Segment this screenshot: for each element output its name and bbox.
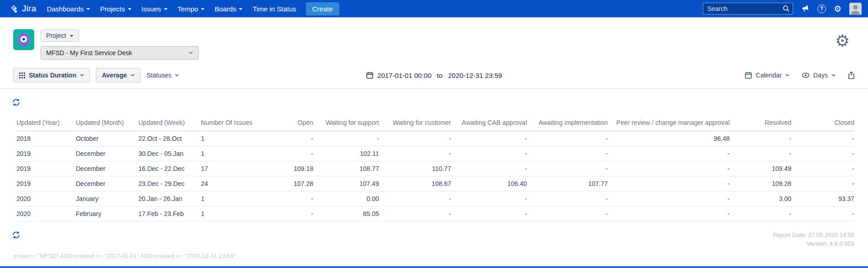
table-cell: 0.00 xyxy=(313,191,379,206)
column-header: Waiting for customer xyxy=(379,115,451,131)
nav-projects[interactable]: Projects xyxy=(95,0,136,17)
table-cell: 1 xyxy=(201,191,263,206)
jira-logo-text: Jira xyxy=(22,4,36,14)
table-cell: - xyxy=(791,146,854,161)
table-cell: 2020 xyxy=(16,191,76,206)
search-icon[interactable] xyxy=(783,5,790,12)
table-cell: - xyxy=(379,206,451,222)
report-toolbar: Status Duration Average Statuses 2017-01… xyxy=(0,62,868,89)
table-cell: 17 xyxy=(201,161,263,176)
date-range-picker[interactable]: 2017-01-01 00:00 to 2020-12-31 23:59 xyxy=(366,72,502,79)
help-icon[interactable]: ? xyxy=(817,5,826,13)
table-cell: - xyxy=(263,206,313,222)
refresh-icon[interactable] xyxy=(12,98,21,107)
table-cell: 108.77 xyxy=(313,161,379,176)
gear-icon[interactable]: ⚙ xyxy=(834,5,842,13)
nav-issues[interactable]: Issues xyxy=(137,0,173,17)
table-cell: December xyxy=(76,146,138,161)
table-cell: February xyxy=(76,206,138,222)
table-row: 2019December16.Dec - 22.Dec17109.18108.7… xyxy=(16,161,854,176)
table-cell: - xyxy=(527,206,608,222)
project-avatar xyxy=(13,29,34,50)
statuses-label: Statuses xyxy=(147,72,171,79)
table-cell: 96.48 xyxy=(608,131,730,146)
table-row: 2019December23.Dec - 29.Dec24107.28107.4… xyxy=(16,176,854,191)
table-cell: - xyxy=(263,191,313,206)
grid-icon xyxy=(19,72,25,78)
calendar-dropdown[interactable]: Calendar xyxy=(745,72,789,79)
report-meta: Report Date: 27.05.2020 14:55 Version: 4… xyxy=(773,231,854,248)
report-main: Updated (Year)Updated (Month)Updated (We… xyxy=(0,98,868,259)
table-row: 2020February17.Feb - 23.Feb1-65.05------ xyxy=(16,206,854,222)
nav-boards[interactable]: Boards xyxy=(210,0,248,17)
chevron-down-icon xyxy=(131,74,135,77)
column-header: Closed xyxy=(791,115,854,131)
table-cell: - xyxy=(527,131,608,146)
nav-item-label: Tempo xyxy=(178,5,198,13)
table-cell: 109.28 xyxy=(730,176,791,191)
nav-tempo[interactable]: Tempo xyxy=(173,0,210,17)
top-navbar: Jira Dashboards Projects Issues Tempo Bo… xyxy=(0,0,868,17)
project-select[interactable]: MFSD - My First Service Desk xyxy=(41,46,199,60)
navbar-right-group: ? ⚙ xyxy=(703,3,862,15)
table-cell: - xyxy=(791,176,854,191)
nav-item-label: Projects xyxy=(100,5,125,13)
table-cell: - xyxy=(527,161,608,176)
announcement-icon[interactable] xyxy=(801,5,810,13)
table-cell: 1 xyxy=(201,146,263,161)
project-type-dropdown[interactable]: Project xyxy=(41,29,79,42)
table-cell: 93.37 xyxy=(791,191,854,206)
create-button[interactable]: Create xyxy=(306,2,339,15)
table-cell: October xyxy=(76,131,138,146)
table-cell: - xyxy=(608,191,730,206)
jira-logo[interactable]: Jira xyxy=(6,4,42,14)
chevron-down-icon xyxy=(201,8,205,10)
table-footer: Report Date: 27.05.2020 14:55 Version: 4… xyxy=(12,231,854,248)
column-header: Resolved xyxy=(730,115,791,131)
navbar-search xyxy=(703,3,793,15)
refresh-icon-bottom[interactable] xyxy=(12,231,21,239)
user-avatar[interactable] xyxy=(849,3,862,15)
chevron-down-icon xyxy=(80,74,84,77)
project-type-label: Project xyxy=(46,32,66,39)
table-cell: - xyxy=(379,146,451,161)
date-to-word: to xyxy=(437,72,443,79)
column-header: Updated (Week) xyxy=(138,115,201,131)
table-cell: - xyxy=(791,161,854,176)
table-cell: 23.Dec - 29.Dec xyxy=(138,176,201,191)
project-header: Project MFSD - My First Service Desk ⚙ xyxy=(0,17,868,60)
statuses-dropdown[interactable]: Statuses xyxy=(147,72,179,79)
table-cell: 109.49 xyxy=(730,161,791,176)
eye-icon xyxy=(802,72,810,78)
chevron-down-icon xyxy=(175,74,179,77)
unit-dropdown[interactable]: Days xyxy=(802,72,836,79)
chevron-down-icon xyxy=(785,74,789,77)
search-input[interactable] xyxy=(703,3,793,15)
settings-gear-icon[interactable]: ⚙ xyxy=(835,33,850,49)
date-to: 2020-12-31 23:59 xyxy=(448,72,502,79)
nav-dashboards[interactable]: Dashboards xyxy=(42,0,95,17)
table-cell: 106.40 xyxy=(451,176,527,191)
column-header: Peer review / change manager approval xyxy=(608,115,730,131)
project-controls: Project MFSD - My First Service Desk xyxy=(41,29,199,60)
unit-label: Days xyxy=(813,72,828,79)
column-header: Number Of Issues xyxy=(201,115,263,131)
column-header: Waiting for support xyxy=(313,115,379,131)
nav-time-in-status[interactable]: Time in Status xyxy=(247,0,301,17)
column-header: Updated (Month) xyxy=(76,115,138,131)
table-cell: 3.00 xyxy=(730,191,791,206)
chevron-down-icon xyxy=(128,8,132,10)
export-button[interactable] xyxy=(848,71,855,79)
table-cell: - xyxy=(313,131,379,146)
table-cell: - xyxy=(791,206,854,222)
date-from: 2017-01-01 00:00 xyxy=(377,72,431,79)
report-type-button[interactable]: Status Duration xyxy=(13,68,90,82)
metric-button[interactable]: Average xyxy=(96,68,141,82)
table-cell: 109.18 xyxy=(263,161,313,176)
table-cell: 107.28 xyxy=(263,176,313,191)
chevron-down-icon xyxy=(86,8,90,10)
main-nav: Dashboards Projects Issues Tempo Boards … xyxy=(42,0,301,17)
table-cell: 1 xyxy=(201,206,263,222)
table-cell: - xyxy=(608,206,730,222)
toolbar-right-group: Calendar Days xyxy=(745,71,855,79)
